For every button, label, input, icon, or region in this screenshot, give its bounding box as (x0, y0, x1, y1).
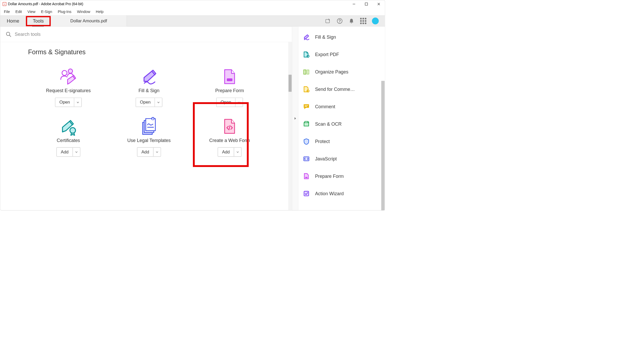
tab-document[interactable]: Dollar Amounts.pdf (51, 15, 127, 26)
tool-card-prepare-form: Prepare Form Open (189, 62, 270, 107)
menu-plugins[interactable]: Plug-Ins (55, 9, 74, 14)
open-caret[interactable] (236, 98, 243, 106)
send-comments-icon (302, 86, 311, 93)
svg-point-12 (70, 128, 76, 133)
add-button[interactable]: Add (137, 148, 153, 156)
sidebar-label: Comment (315, 104, 335, 109)
sidebar-item-organize-pages[interactable]: Organize Pages (298, 63, 385, 80)
sidebar-item-scan-ocr[interactable]: Scan & OCR (298, 115, 385, 133)
svg-rect-1 (365, 3, 368, 5)
sidebar-item-export-pdf[interactable]: Export PDF (298, 46, 385, 63)
content-scrollbar-track[interactable] (288, 42, 292, 210)
bell-icon[interactable] (348, 18, 355, 24)
share-icon[interactable] (325, 18, 331, 24)
prepare-form-icon (302, 173, 311, 180)
menu-help[interactable]: Help (93, 9, 106, 14)
tools-sidebar: Fill & Sign Export PDF Organize Pages Se… (298, 26, 385, 210)
menu-view[interactable]: View (25, 9, 38, 14)
section-title: Forms & Signatures (28, 48, 283, 56)
certificates-icon (59, 116, 78, 137)
tool-card-fill-sign: Fill & Sign Open (109, 62, 189, 107)
sidebar-item-prepare-form[interactable]: Prepare Form (298, 167, 385, 185)
svg-point-27 (308, 121, 309, 123)
open-split-button: Open (136, 98, 162, 107)
open-button[interactable]: Open (216, 98, 235, 106)
sidebar-item-send-comments[interactable]: Send for Comme… (298, 80, 385, 98)
sidebar-item-fill-sign[interactable]: Fill & Sign (298, 28, 385, 46)
add-caret[interactable] (73, 148, 80, 156)
tool-label: Request E-signatures (46, 88, 91, 93)
menu-edit[interactable]: Edit (13, 9, 25, 14)
search-input[interactable] (15, 32, 286, 37)
collapse-sidebar-handle[interactable] (292, 26, 298, 210)
add-split-button: Add (218, 147, 242, 157)
add-split-button: Add (137, 147, 161, 157)
add-split-button: Add (57, 147, 80, 157)
svg-point-9 (62, 70, 67, 75)
svg-rect-26 (304, 123, 309, 126)
protect-icon (302, 138, 311, 145)
add-button[interactable]: Add (57, 148, 73, 156)
apps-grid-icon[interactable] (360, 18, 366, 24)
searchbar (0, 26, 292, 42)
content-scrollbar-thumb[interactable] (289, 75, 292, 92)
svg-rect-22 (307, 70, 309, 74)
svg-line-8 (9, 35, 11, 36)
sidebar-item-javascript[interactable]: JavaScript (298, 150, 385, 167)
search-icon (6, 31, 11, 37)
app-window: A Dollar Amounts.pdf - Adobe Acrobat Pro… (0, 0, 385, 211)
sidebar-label: Protect (315, 139, 330, 144)
menu-esign[interactable]: E-Sign (38, 9, 55, 14)
sidebar-item-action-wizard[interactable]: Action Wizard (298, 185, 385, 202)
tab-tools-label: Tools (33, 18, 44, 23)
fill-sign-icon (140, 67, 158, 87)
help-icon[interactable] (337, 18, 343, 24)
minimize-button[interactable] (348, 0, 360, 8)
menubar: File Edit View E-Sign Plug-Ins Window He… (0, 8, 385, 15)
sidebar-item-protect[interactable]: Protect (298, 133, 385, 150)
request-esignatures-icon (58, 67, 79, 87)
open-button[interactable]: Open (136, 98, 155, 106)
tools-content: Forms & Signatures Re (0, 42, 292, 210)
sidebar-scrollbar-thumb[interactable] (381, 81, 384, 211)
tool-label: Prepare Form (215, 88, 244, 93)
tool-card-web-form: Create a Web Form Add (189, 112, 270, 157)
add-caret[interactable] (153, 148, 161, 156)
maximize-button[interactable] (360, 0, 373, 8)
tool-card-request-esignatures: Request E-signatures Open (28, 62, 109, 107)
svg-point-6 (339, 22, 340, 23)
add-caret[interactable] (234, 148, 241, 156)
add-button[interactable]: Add (218, 148, 234, 156)
svg-rect-30 (304, 191, 309, 196)
svg-rect-29 (305, 177, 307, 178)
tool-label: Fill & Sign (138, 88, 159, 93)
sidebar-label: Action Wizard (315, 191, 344, 196)
svg-rect-21 (304, 70, 306, 74)
open-button[interactable]: Open (55, 98, 74, 106)
prepare-form-icon (222, 67, 237, 87)
sidebar-label: Organize Pages (315, 69, 348, 75)
close-button[interactable] (373, 0, 385, 8)
tab-home[interactable]: Home (0, 15, 26, 26)
web-form-icon (222, 116, 237, 137)
menu-window[interactable]: Window (74, 9, 93, 14)
open-caret[interactable] (74, 98, 82, 106)
user-avatar[interactable] (372, 17, 379, 24)
organize-pages-icon (302, 68, 311, 76)
sidebar-item-comment[interactable]: Comment (298, 98, 385, 115)
action-wizard-icon (302, 190, 311, 197)
tool-label: Certificates (57, 138, 80, 143)
svg-rect-4 (326, 19, 329, 23)
svg-point-10 (68, 69, 73, 73)
tab-tools[interactable]: Tools (26, 15, 51, 26)
open-split-button: Open (216, 98, 243, 107)
sidebar-label: JavaScript (315, 156, 337, 161)
sidebar-label: Fill & Sign (315, 35, 336, 40)
window-title: Dollar Amounts.pdf - Adobe Acrobat Pro (… (8, 2, 83, 6)
sidebar-label: Export PDF (315, 52, 339, 57)
tabbar: Home Tools Dollar Amounts.pdf (0, 15, 385, 26)
scan-ocr-icon (302, 120, 311, 128)
open-caret[interactable] (155, 98, 162, 106)
menu-file[interactable]: File (1, 9, 13, 14)
export-pdf-icon (302, 51, 311, 58)
